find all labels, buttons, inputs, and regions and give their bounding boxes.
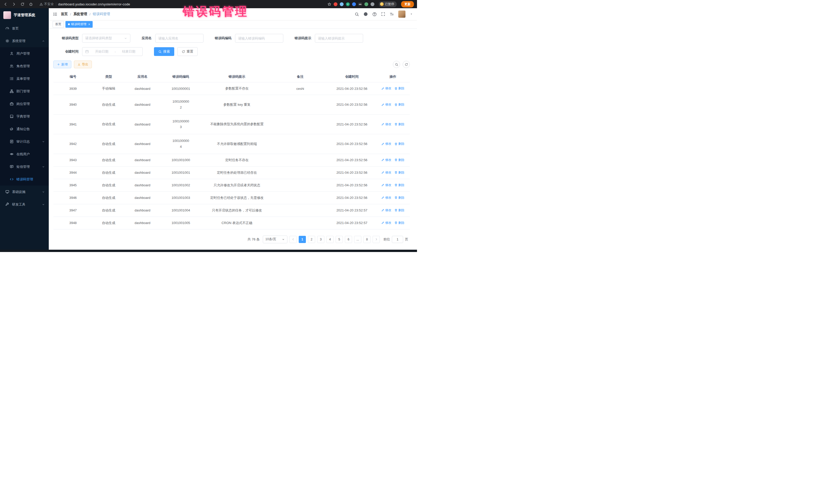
page-size-value: 10条/页 [265, 237, 276, 241]
sidebar-item-online-user[interactable]: 在线用户 [0, 148, 49, 160]
update-button[interactable]: 更新 [401, 1, 414, 7]
delete-button[interactable]: 删除 [394, 86, 404, 91]
goto-page-input[interactable] [392, 236, 403, 243]
infra-icon [5, 190, 9, 194]
edit-button[interactable]: 修改 [381, 196, 391, 200]
sidebar-item-audit-log[interactable]: 审计日志 [0, 135, 49, 148]
extension-red-icon[interactable] [334, 2, 337, 6]
cell-actions: 修改删除 [376, 82, 410, 95]
edit-button[interactable]: 修改 [381, 103, 391, 107]
add-button[interactable]: 新增 [53, 61, 71, 68]
search-button-label: 搜索 [163, 49, 170, 54]
sidebar-item-dict[interactable]: 字典管理 [0, 110, 49, 123]
error-type-select-placeholder: 请选择错误码类型 [85, 36, 112, 41]
sidebar-item-error-code[interactable]: 错误码管理 [0, 173, 49, 185]
export-button[interactable]: 导出 [74, 61, 92, 68]
github-icon[interactable] [364, 12, 368, 17]
edit-button[interactable]: 修改 [381, 170, 391, 175]
extension-gray-icon[interactable] [371, 2, 374, 6]
reload-button[interactable] [20, 2, 25, 6]
sidebar-item-home[interactable]: 首页 [0, 22, 49, 35]
tab-home[interactable]: 首页 [52, 21, 64, 28]
avatar-caret-icon[interactable] [410, 13, 413, 16]
page-button-8[interactable]: 8 [364, 236, 371, 243]
sidebar-item-user[interactable]: 用户管理 [0, 47, 49, 60]
delete-button[interactable]: 删除 [394, 221, 404, 225]
paused-badge[interactable]: 已暂停 [379, 1, 397, 7]
edit-button[interactable]: 修改 [381, 183, 391, 187]
delete-button[interactable]: 删除 [394, 158, 404, 162]
page-button-5[interactable]: 5 [336, 236, 343, 243]
sidebar-item-sms[interactable]: 短信管理 [0, 160, 49, 173]
extension-switch-icon[interactable]: on [358, 2, 362, 6]
delete-button[interactable]: 删除 [394, 208, 404, 213]
tab-error-code[interactable]: 错误码管理× [65, 21, 93, 28]
fullscreen-icon[interactable] [381, 12, 385, 16]
toggle-search-button[interactable] [393, 61, 400, 68]
page-button-1[interactable]: 1 [299, 236, 306, 243]
delete-button[interactable]: 删除 [394, 196, 404, 200]
page-button-3[interactable]: 3 [317, 236, 324, 243]
error-hint-input[interactable] [315, 34, 363, 43]
delete-button[interactable]: 删除 [394, 170, 404, 175]
more-pages-button[interactable]: ... [354, 236, 361, 243]
edit-button[interactable]: 修改 [381, 158, 391, 162]
page-size-select[interactable]: 10条/页 [263, 236, 287, 243]
sidebar-item-menu[interactable]: 菜单管理 [0, 72, 49, 85]
logo[interactable]: 芋道管理系统 [0, 8, 49, 22]
page-button-4[interactable]: 4 [326, 236, 334, 243]
edit-button[interactable]: 修改 [381, 208, 391, 213]
sidebar-item-role[interactable]: 角色管理 [0, 60, 49, 72]
reset-button[interactable]: 重置 [177, 47, 198, 56]
sidebar-item-post[interactable]: 岗位管理 [0, 97, 49, 110]
edit-button[interactable]: 修改 [381, 122, 391, 127]
search-button[interactable]: 搜索 [154, 47, 174, 56]
sidebar-toggle-button[interactable] [53, 12, 57, 17]
delete-button[interactable]: 删除 [394, 141, 404, 146]
page-button-2[interactable]: 2 [308, 236, 315, 243]
breadcrumb-item[interactable]: 首页 [61, 12, 68, 17]
edit-button[interactable]: 修改 [381, 141, 391, 146]
megaphone-icon [10, 127, 14, 131]
browser-home-button[interactable] [28, 2, 33, 6]
sidebar-item-dev-tools[interactable]: 研发工具 [0, 198, 49, 211]
sidebar-item-notice[interactable]: 通知公告 [0, 123, 49, 135]
close-icon[interactable]: × [88, 23, 90, 26]
error-type-select[interactable]: 请选择错误码类型 [82, 34, 130, 43]
chevron-down-icon [124, 37, 127, 40]
next-page-button[interactable] [373, 236, 380, 243]
cell-app: dashboard [125, 82, 160, 95]
avatar[interactable] [398, 10, 405, 18]
table-row: 3939手动编辑dashboard1001000001参数配置不存在ceshi2… [53, 82, 410, 95]
prev-page-button[interactable] [289, 236, 297, 243]
extension-blue-icon[interactable] [352, 2, 356, 6]
edit-button[interactable]: 修改 [381, 221, 391, 225]
delete-button[interactable]: 删除 [394, 103, 404, 107]
help-icon[interactable] [372, 12, 377, 17]
forward-button[interactable] [12, 2, 16, 6]
create-time-range-picker[interactable]: 开始日期 - 结束日期 [82, 47, 143, 56]
page-button-6[interactable]: 6 [345, 236, 352, 243]
date-range-separator: - [115, 50, 116, 53]
error-code-input[interactable] [235, 34, 283, 43]
sidebar-item-infra[interactable]: 基础设施 [0, 185, 49, 198]
breadcrumb-item[interactable]: 系统管理 [73, 12, 87, 17]
extension-lightblue-icon[interactable] [340, 2, 344, 6]
bookmark-star-icon[interactable] [327, 2, 331, 6]
cell-hint: 定时任务的处理器已经存在 [201, 166, 272, 179]
sidebar-item-dept[interactable]: 部门管理 [0, 85, 49, 97]
extension-vue-icon[interactable]: V [346, 2, 350, 6]
delete-button[interactable]: 删除 [394, 183, 404, 187]
delete-button[interactable]: 删除 [394, 122, 404, 127]
extension-green-icon[interactable] [365, 2, 368, 6]
cell-type: 自动生成 [93, 192, 125, 204]
sidebar-item-system[interactable]: 系统管理 [0, 35, 49, 47]
refresh-table-button[interactable] [403, 61, 410, 68]
edit-icon [381, 158, 385, 161]
font-size-icon[interactable] [390, 12, 394, 17]
edit-button[interactable]: 修改 [381, 86, 391, 91]
app-name-input[interactable] [155, 34, 203, 43]
back-button[interactable] [3, 2, 8, 6]
address-bar[interactable]: 不安全 dashboard.yudao.iocoder.cn/system/er… [40, 2, 130, 6]
search-icon[interactable] [355, 12, 359, 17]
